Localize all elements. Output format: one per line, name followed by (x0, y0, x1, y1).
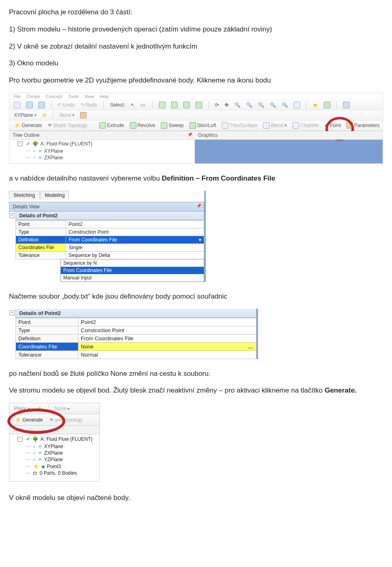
definition-dropdown[interactable]: Sequence by N From Coordinates File Manu… (60, 259, 204, 282)
extrude-button[interactable]: Extrude (98, 122, 125, 129)
save-all-icon[interactable] (37, 101, 46, 109)
details-view-header: Details View📌 (9, 202, 204, 212)
select-pointer-icon[interactable]: ↖ (129, 102, 136, 108)
menu-help[interactable]: Help (100, 94, 109, 99)
tree-zxplane[interactable]: ┈┈✓✳ ZXPlane (26, 154, 195, 161)
row-tolerance[interactable]: ToleranceSequence by Delta (16, 251, 204, 259)
tree-root[interactable]: −✔🌳 A: Fluid Flow (FLUENT) (18, 436, 99, 442)
tree-point3[interactable]: ┈┈⚡◆ Point3 (26, 463, 99, 470)
new-file-icon[interactable] (13, 101, 22, 109)
filter-body-icon[interactable] (194, 101, 203, 109)
parameters-button[interactable]: Parameters (345, 122, 381, 129)
point-button[interactable]: ◆Point (323, 122, 342, 129)
details-subheader: −Details of Point2 (16, 212, 204, 220)
row-tolerance[interactable]: ToleranceNormal (16, 350, 256, 359)
select-label: Select: (109, 102, 126, 108)
row-definition[interactable]: DefinitionFrom Coordinates File (16, 334, 256, 342)
misc-icon-3[interactable] (342, 101, 351, 109)
sketch-icon[interactable] (79, 112, 88, 119)
iso-icon[interactable] (292, 101, 301, 109)
tree-outline-pane: Tree Outline📌 −✔🌳 A: Fluid Flow (FLUENT)… (9, 131, 195, 163)
generate-button[interactable]: ⚡ Generate (13, 416, 44, 423)
redo-button[interactable]: ↷ Redo (79, 102, 99, 108)
sketch-selector[interactable]: None (53, 405, 71, 412)
graphics-pane[interactable]: Graphics (195, 131, 383, 163)
blend-button[interactable]: Blend (262, 122, 288, 129)
tab-sketching[interactable]: Sketching (9, 191, 40, 199)
revolve-button[interactable]: Revolve (129, 122, 156, 129)
tree: −✔🌳 A: Fluid Flow (FLUENT) ┈┈✓✳ XYPlane … (9, 434, 100, 482)
menu-file[interactable]: File (13, 94, 21, 99)
row-point[interactable]: PointPoint2 (16, 318, 256, 326)
menu-tools[interactable]: Tools (68, 94, 79, 99)
details-subheader: −Details of Point2 (16, 309, 256, 318)
tree-xyplane[interactable]: ┈┈✓✳ XYPlane (26, 443, 99, 450)
para-9: Ve stromu modelu se objevil bod. Žlutý b… (9, 386, 383, 395)
tree-label: Tree (9, 426, 100, 434)
thinsurface-button[interactable]: Thin/Surface (220, 122, 258, 129)
skinloft-button[interactable]: Skin/Loft (188, 122, 218, 129)
look-at-icon[interactable]: 🔍 (281, 102, 289, 108)
tab-modeling[interactable]: Modeling (40, 191, 69, 199)
plane-selector[interactable]: XYPlane (13, 112, 38, 118)
para-4: 3) Okno modelu (9, 58, 383, 68)
generate-button[interactable]: ⚡Generate (13, 122, 43, 129)
row-type[interactable]: TypeConstruction Point (16, 326, 256, 334)
plane-icon[interactable]: ✳ (36, 405, 43, 412)
plane-icon[interactable]: ✳ (41, 112, 48, 119)
pan-icon[interactable]: ✥ (223, 102, 230, 108)
menu-concept[interactable]: Concept (46, 94, 62, 99)
sweep-button[interactable]: Sweep (160, 122, 185, 129)
para-10: V okně modelu se objeví načtené body. (9, 493, 383, 503)
details-table: PointPoint2 TypeConstruction Point Defin… (16, 318, 256, 359)
para-7: Načteme soubor „body.txt“ kde jsou defin… (9, 292, 383, 301)
pin-icon[interactable]: 📌 (196, 203, 201, 208)
browse-button-icon[interactable]: … (248, 344, 254, 350)
save-icon[interactable] (25, 101, 34, 109)
menu-bar[interactable]: File Create Concept Tools View Help (9, 93, 383, 100)
share-topology-button[interactable]: ❤ are Topology (48, 417, 84, 423)
filter-face-icon[interactable] (182, 101, 191, 109)
dd-option-seq-n[interactable]: Sequence by N (61, 259, 204, 267)
dd-option-from-coords[interactable]: From Coordinates File (61, 267, 204, 274)
row-point[interactable]: PointPoint2 (16, 220, 204, 228)
misc-icon-2[interactable] (323, 101, 332, 109)
zoom-out-icon[interactable]: 🔍 (245, 102, 254, 108)
filter-edge-icon[interactable] (170, 101, 179, 109)
tree-root[interactable]: −✔🌳 A: Fluid Flow (FLUENT) (18, 141, 195, 147)
tree-xyplane[interactable]: ┈┈✓✳ XYPlane (26, 148, 195, 154)
select-box-icon[interactable]: ▭ (139, 102, 147, 108)
rotate-icon[interactable]: ⟳ (214, 102, 220, 108)
gen-row-1: Plane ✳ None (9, 403, 100, 414)
para-6: a v nabídce detailního nastavení vyberem… (9, 174, 383, 183)
row-type[interactable]: TypeConstruction Point (16, 228, 204, 236)
para-3: 2) V okně se zobrazí detailní nastavení … (9, 42, 383, 51)
screenshot-toolbar: File Create Concept Tools View Help ↶ Un… (9, 93, 383, 164)
pin-icon[interactable]: 📌 (187, 132, 192, 137)
tree-zxplane[interactable]: ┈┈✓✳ ZXPlane (26, 450, 99, 456)
tree-yzplane[interactable]: ┈┈✓✳ YZPlane (26, 456, 99, 463)
para-8: po načtení bodů se žluté políčko None zm… (9, 369, 383, 379)
share-topology-button[interactable]: ❤ Share Topology (47, 122, 88, 129)
sketch-selector[interactable]: None (58, 112, 76, 118)
zoom-in-icon[interactable]: 🔍 (233, 102, 242, 108)
zoom-box-icon[interactable]: 🔍 (269, 102, 277, 108)
zoom-fit-icon[interactable]: 🔍 (257, 102, 265, 108)
para-2: 1) Strom modelu – historie provedených o… (9, 25, 383, 34)
menu-view[interactable]: View (84, 94, 94, 99)
toolbar-row-1: ↶ Undo ↷ Redo Select: ↖ ▭ ⟳ ✥ 🔍 🔍 🔍 🔍 🔍 … (9, 100, 383, 110)
plane-selector[interactable]: Plane (13, 405, 31, 412)
para-1: Pracovní plocha je rozdělena do 3 částí: (9, 7, 383, 17)
chamfer-button[interactable]: Chamfer (291, 122, 320, 129)
row-definition[interactable]: DefinitionFrom Coordinates File▾ (16, 236, 204, 243)
row-coordinates-file[interactable]: Coordinates FileNone… (16, 342, 256, 350)
misc-icon-1[interactable]: ★ (312, 101, 319, 109)
details-table: PointPoint2 TypeConstruction Point Defin… (16, 220, 204, 259)
tree-parts[interactable]: ┈┈🗀 0 Parts, 0 Bodies (26, 470, 99, 476)
undo-button[interactable]: ↶ Undo (56, 102, 76, 108)
dd-option-manual[interactable]: Manual Input (61, 274, 204, 281)
filter-vertex-icon[interactable] (158, 101, 167, 109)
menu-create[interactable]: Create (27, 94, 40, 99)
row-coordinates-file[interactable]: Coordinates FileSingle (16, 243, 204, 251)
screenshot-details-none: −Details of Point2 PointPoint2 TypeConst… (9, 309, 258, 359)
